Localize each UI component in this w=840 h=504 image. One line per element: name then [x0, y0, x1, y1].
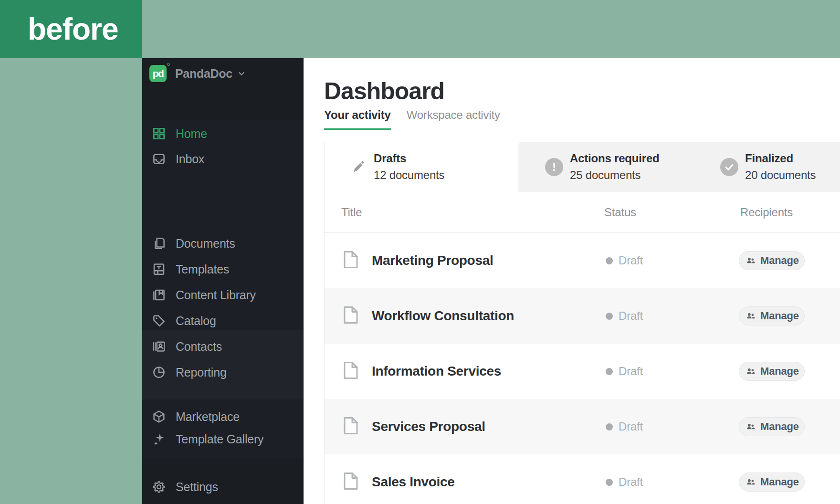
sidebar-item-content-library[interactable]: Content Library: [142, 283, 304, 307]
sparkles-icon: [152, 432, 166, 446]
column-header-title: Title: [341, 192, 362, 233]
people-icon: [746, 421, 756, 432]
tag-icon: [152, 314, 166, 328]
card-count: 20 documents: [745, 168, 816, 182]
screenshot-stage: before pd PandaDoc Home: [0, 0, 840, 504]
status-dot-icon: [606, 423, 613, 430]
content-library-icon: [152, 288, 166, 302]
templates-icon: [152, 262, 166, 276]
tab-your-activity[interactable]: Your activity: [324, 108, 391, 130]
sidebar-item-label: Inbox: [176, 152, 204, 166]
manage-button[interactable]: Manage: [739, 417, 805, 436]
summary-cards-inactive: ! Actions required 25 documents Finalize…: [518, 142, 840, 192]
people-icon: [746, 311, 756, 321]
table-header: Title Status Recipients: [325, 192, 840, 233]
sidebar-item-label: Template Gallery: [176, 432, 263, 446]
pandadoc-logo-glyph: pd: [153, 68, 164, 79]
sidebar-item-template-gallery[interactable]: Template Gallery: [142, 427, 304, 451]
sidebar-item-label: Reporting: [176, 366, 227, 379]
sidebar-item-label: Templates: [176, 262, 229, 276]
document-title: Marketing Proposal: [372, 253, 493, 268]
page-title: Dashboard: [324, 77, 444, 105]
sidebar-item-label: Home: [176, 127, 207, 141]
sidebar-item-templates[interactable]: Templates: [142, 257, 304, 281]
sidebar-item-contacts[interactable]: Contacts: [142, 335, 304, 358]
status-dot-icon: [606, 257, 613, 264]
sidebar-item-home[interactable]: Home: [142, 122, 304, 146]
document-title: Sales Invoice: [372, 474, 455, 490]
document-title: Workflow Consultation: [372, 308, 514, 324]
documents-icon: [152, 236, 166, 251]
column-header-status: Status: [604, 192, 636, 233]
contacts-icon: [152, 339, 166, 354]
sidebar-item-settings[interactable]: Settings: [142, 475, 304, 499]
sidebar-item-label: Documents: [176, 237, 235, 251]
sidebar-item-marketplace[interactable]: Marketplace: [142, 405, 304, 429]
check-icon: [720, 158, 738, 176]
people-icon: [746, 366, 756, 377]
pencil-icon: [349, 158, 367, 176]
inbox-icon: [152, 152, 166, 166]
manage-button[interactable]: Manage: [739, 472, 805, 492]
table-row[interactable]: Workflow Consultation Draft Manage: [325, 288, 840, 344]
sidebar-item-label: Contacts: [176, 340, 222, 354]
document-icon: [343, 472, 358, 492]
status-badge: Draft: [606, 309, 643, 323]
document-icon: [343, 306, 358, 326]
card-count: 25 documents: [570, 168, 660, 182]
activity-panel: Drafts 12 documents ! Actions required 2…: [324, 142, 840, 504]
table-row[interactable]: Services Proposal Draft Manage: [325, 399, 840, 454]
manage-button[interactable]: Manage: [739, 362, 805, 381]
sidebar: pd PandaDoc Home: [142, 58, 304, 504]
sidebar-item-label: Settings: [176, 480, 218, 494]
card-label: Drafts: [374, 152, 444, 165]
before-badge: before: [0, 0, 142, 58]
document-title: Services Proposal: [372, 419, 485, 434]
status-badge: Draft: [606, 365, 643, 378]
card-label: Actions required: [570, 152, 660, 165]
table-row[interactable]: Information Services Draft Manage: [325, 344, 840, 399]
sidebar-item-documents[interactable]: Documents: [142, 231, 304, 255]
status-badge: Draft: [606, 475, 643, 489]
sidebar-item-reporting[interactable]: Reporting: [142, 360, 304, 384]
card-finalized[interactable]: Finalized 20 documents: [720, 142, 816, 192]
card-count: 12 documents: [374, 168, 444, 182]
sidebar-item-label: Catalog: [176, 314, 216, 328]
chevron-down-icon: [236, 68, 247, 79]
manage-button[interactable]: Manage: [739, 306, 805, 326]
card-actions-required[interactable]: ! Actions required 25 documents: [545, 142, 660, 192]
column-header-recipients: Recipients: [740, 192, 793, 233]
document-icon: [343, 361, 358, 381]
summary-cards: Drafts 12 documents ! Actions required 2…: [325, 142, 840, 192]
sidebar-item-label: Marketplace: [176, 410, 240, 424]
alert-icon: !: [545, 158, 563, 176]
status-dot-icon: [606, 368, 613, 375]
document-icon: [343, 251, 358, 271]
card-drafts[interactable]: Drafts 12 documents: [325, 142, 518, 192]
sidebar-item-label: Content Library: [176, 288, 256, 302]
main-content: Dashboard Your activity Workspace activi…: [304, 58, 840, 504]
document-list: Marketing Proposal Draft Manage: [325, 233, 840, 504]
tab-bar: Your activity Workspace activity: [324, 108, 500, 130]
table-row[interactable]: Marketing Proposal Draft Manage: [325, 233, 840, 288]
sidebar-item-catalog[interactable]: Catalog: [142, 309, 304, 333]
people-icon: [746, 255, 756, 266]
workspace-switcher[interactable]: pd PandaDoc: [149, 64, 293, 83]
pandadoc-logo-icon: pd: [149, 65, 167, 82]
grid-icon: [152, 126, 166, 141]
document-title: Information Services: [372, 364, 501, 379]
table-row[interactable]: Sales Invoice Draft Manage: [325, 454, 840, 504]
status-badge: Draft: [606, 420, 643, 433]
pie-chart-icon: [152, 365, 166, 379]
workspace-name: PandaDoc: [175, 67, 232, 81]
people-icon: [746, 477, 756, 487]
sidebar-item-inbox[interactable]: Inbox: [142, 147, 304, 171]
gear-icon: [152, 480, 166, 494]
before-badge-label: before: [28, 11, 118, 47]
status-badge: Draft: [606, 254, 643, 267]
status-dot-icon: [606, 479, 613, 486]
manage-button[interactable]: Manage: [739, 251, 805, 270]
tab-workspace-activity[interactable]: Workspace activity: [407, 108, 500, 130]
document-icon: [343, 417, 358, 437]
box-icon: [152, 410, 166, 424]
